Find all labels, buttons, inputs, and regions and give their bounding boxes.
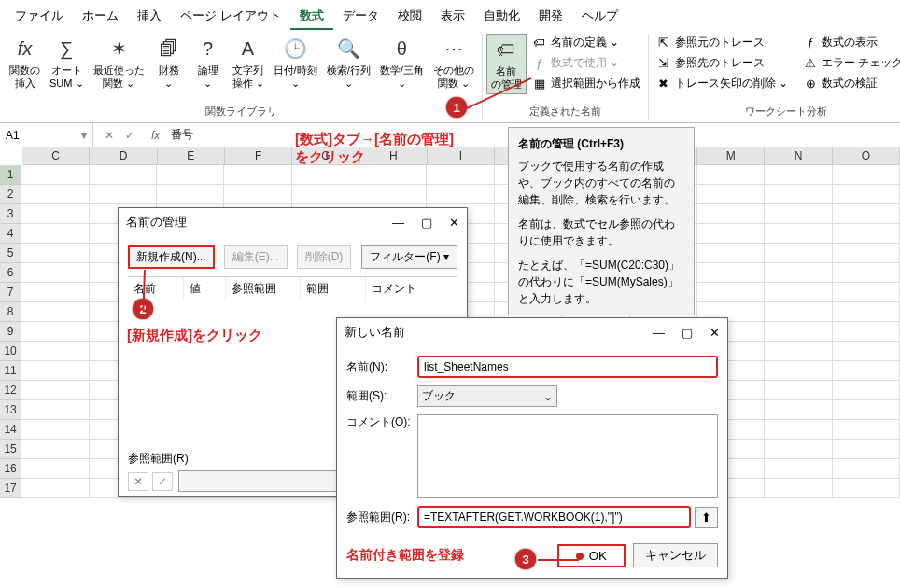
column-header[interactable]: M [697,147,765,165]
row-header[interactable]: 13 [0,400,21,420]
cell[interactable] [833,440,900,459]
cell[interactable] [90,185,157,204]
row-header[interactable]: 1 [0,165,21,185]
cell[interactable] [157,185,224,204]
remove-arrows-button[interactable]: ✖トレース矢印の削除 ⌄ [653,75,792,92]
name-box[interactable]: ▾ [0,123,93,147]
fx-label-icon[interactable]: fx [146,129,165,142]
tab-data[interactable]: データ [333,4,388,30]
cell[interactable] [697,185,765,204]
cell[interactable] [21,420,89,440]
tab-home[interactable]: ホーム [73,4,128,30]
lookup-button[interactable]: 🔍検索/行列 ⌄ [323,34,374,92]
cell[interactable] [833,479,900,498]
cell[interactable] [765,459,832,479]
cell[interactable] [21,283,89,302]
cell[interactable] [21,185,89,204]
row-header[interactable]: 2 [0,185,21,204]
cell[interactable] [833,302,900,322]
cell[interactable] [833,342,900,361]
column-header[interactable]: E [158,147,225,165]
cell[interactable] [21,263,89,283]
define-name-button[interactable]: 🏷名前の定義 ⌄ [528,34,644,51]
cell[interactable] [90,165,157,185]
cell[interactable] [765,283,832,302]
cell[interactable] [427,165,494,185]
cell[interactable] [697,204,765,224]
column-header[interactable]: C [22,147,90,165]
close-icon[interactable]: ✕ [710,326,720,340]
col-refers-to[interactable]: 参照範囲 [226,277,301,301]
cell[interactable] [697,224,765,244]
insert-function-button[interactable]: fx関数の 挿入 [6,34,44,92]
tab-developer[interactable]: 開発 [529,4,572,30]
cell[interactable] [697,165,765,185]
tab-file[interactable]: ファイル [6,4,73,30]
trace-precedents-button[interactable]: ⇱参照元のトレース [653,34,792,51]
cell[interactable] [765,302,832,322]
comment-textarea[interactable] [417,414,718,498]
tab-review[interactable]: 校閲 [388,4,431,30]
column-header[interactable]: F [225,147,292,165]
cell[interactable] [833,381,900,400]
financial-button[interactable]: 🗐財務 ⌄ [150,34,188,92]
edit-name-button[interactable]: 編集(E)... [224,245,288,269]
maximize-icon[interactable]: ▢ [421,216,432,230]
cell[interactable] [21,342,89,361]
cell[interactable] [292,165,359,185]
column-header[interactable]: D [90,147,157,165]
cell[interactable] [21,204,89,224]
tab-pagelayout[interactable]: ページ レイアウト [171,4,290,30]
row-header[interactable]: 14 [0,420,21,440]
cell[interactable] [21,224,89,244]
show-formulas-button[interactable]: ƒ数式の表示 [799,34,900,51]
new-name-button[interactable]: 新規作成(N)... [128,245,215,269]
cell[interactable] [833,361,900,381]
enter-formula-icon[interactable]: ✓ [125,129,134,142]
cell[interactable] [359,165,427,185]
cell[interactable] [21,400,89,420]
cell[interactable] [224,165,291,185]
row-header[interactable]: 10 [0,342,21,361]
row-header[interactable]: 4 [0,224,21,244]
more-functions-button[interactable]: ⋯その他の 関数 ⌄ [429,34,478,92]
tab-formulas[interactable]: 数式 [290,4,333,30]
col-name[interactable]: 名前 [128,277,184,301]
create-from-selection-button[interactable]: ▦選択範囲から作成 [528,75,644,92]
delete-name-button[interactable]: 削除(D) [297,245,352,269]
column-header[interactable]: I [428,147,495,165]
scope-select[interactable]: ブック⌄ [417,385,557,407]
column-header[interactable]: O [833,147,900,165]
cell[interactable] [833,459,900,479]
column-header[interactable]: N [765,147,832,165]
cell[interactable] [21,479,89,498]
text-button[interactable]: A文字列 操作 ⌄ [229,34,268,92]
maximize-icon[interactable]: ▢ [682,326,693,340]
collapse-refers-to-icon[interactable]: ⬆ [695,507,718,528]
cell[interactable] [833,204,900,224]
cell[interactable] [697,244,765,263]
close-icon[interactable]: ✕ [449,216,459,230]
name-input[interactable] [417,356,718,378]
cell[interactable] [833,224,900,244]
cell[interactable] [21,459,89,479]
error-check-button[interactable]: ⚠エラー チェック ⌄ [799,54,900,72]
cancel-formula-icon[interactable]: ✕ [105,129,114,142]
logical-button[interactable]: ?論理 ⌄ [190,34,227,92]
cell[interactable] [224,185,291,204]
row-header[interactable]: 6 [0,263,21,283]
ok-button[interactable]: OK [557,544,626,567]
cell[interactable] [765,479,832,498]
cell[interactable] [765,420,832,440]
tab-help[interactable]: ヘルプ [572,4,627,30]
minimize-icon[interactable]: — [653,326,665,340]
tab-automate[interactable]: 自動化 [474,4,529,30]
col-scope[interactable]: 範囲 [301,277,366,301]
cell[interactable] [21,361,89,381]
ref-cancel-icon[interactable]: ✕ [128,472,148,491]
cell[interactable] [833,263,900,283]
cell[interactable] [765,185,832,204]
math-button[interactable]: θ数学/三角 ⌄ [376,34,428,92]
cell[interactable] [833,420,900,440]
row-header[interactable]: 11 [0,361,21,381]
